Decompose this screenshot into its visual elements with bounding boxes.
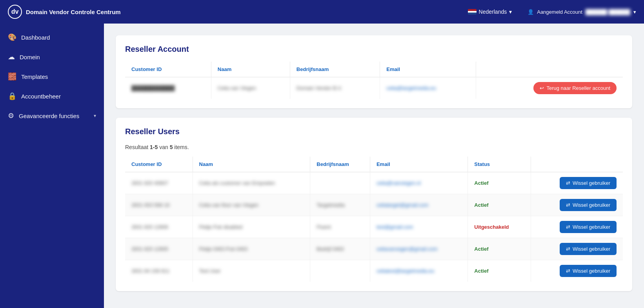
switch-icon: ⇄ — [566, 268, 570, 274]
app-logo: dv Domain Vendor Controle Centrum — [8, 5, 468, 19]
sidebar-item-accountbeheer[interactable]: 🔒 Accountbeheer — [0, 86, 104, 106]
col-email: Email — [380, 62, 476, 77]
reseller-account-table: Customer ID Naam Bedrijfsnaam Email ████… — [125, 62, 623, 99]
sidebar-item-dashboard[interactable]: 🎨 Dashboard — [0, 27, 104, 47]
col-customer-id: Customer ID — [125, 62, 211, 77]
user-label: Aangemeld Account — [537, 9, 582, 15]
reseller-account-card: Reseller Account Customer ID Naam Bedrij… — [116, 35, 632, 108]
sidebar-item-label: Accountbeheer — [21, 93, 61, 100]
user-naam: Celia als customer van Empoelen — [193, 172, 310, 194]
user-customer-id: 2831 820 12805 — [125, 238, 193, 260]
table-row: 2831 820 12806 Pietje Puk disabled Fluen… — [125, 216, 623, 238]
user-customer-id: 2831 003 568 10 — [125, 194, 193, 216]
reseller-users-title: Reseller Users — [125, 127, 623, 136]
table-row: 2831 820 12805 Pietje 0463 Puk 0463 Bedr… — [125, 238, 623, 260]
account-icon: 🔒 — [8, 92, 16, 100]
wissel-gebruiker-button[interactable]: ⇄ Wissel gebruiker — [560, 177, 617, 189]
users-col-action-header — [531, 157, 623, 172]
account-bedrijfsnaam: Domain Vendor B.V. — [290, 77, 380, 99]
users-col-naam: Naam — [193, 157, 310, 172]
result-count: 5 — [170, 144, 173, 150]
table-row: 2831 003 568 10 Celia van floor van Vieg… — [125, 194, 623, 216]
wissel-gebruiker-button[interactable]: ⇄ Wissel gebruiker — [560, 221, 617, 233]
switch-icon: ⇄ — [566, 224, 570, 230]
sidebar: 🎨 Dashboard ☁ Domein 🧱 Templates 🔒 Accou… — [0, 24, 104, 308]
switch-icon: ⇄ — [566, 246, 570, 252]
user-bedrijfsnaam — [310, 172, 370, 194]
app-title: Domain Vendor Controle Centrum — [26, 9, 121, 15]
user-action-cell: ⇄ Wissel gebruiker — [531, 238, 623, 260]
wissel-gebruiker-button[interactable]: ⇄ Wissel gebruiker — [560, 265, 617, 277]
wissel-gebruiker-button[interactable]: ⇄ Wissel gebruiker — [560, 243, 617, 255]
col-naam: Naam — [211, 62, 290, 77]
account-email: celia@targetmedia.eu — [380, 77, 476, 99]
user-action-cell: ⇄ Wissel gebruiker — [531, 260, 623, 282]
sidebar-item-label: Domein — [20, 54, 40, 60]
language-selector[interactable]: Nederlands ▾ — [468, 9, 512, 15]
sidebar-item-label: Dashboard — [21, 34, 50, 41]
reseller-users-card: Reseller Users Resultaat 1-5 van 5 items… — [116, 118, 632, 291]
main-content: Reseller Account Customer ID Naam Bedrij… — [104, 24, 644, 308]
users-col-status: Status — [468, 157, 531, 172]
user-menu[interactable]: 👤 Aangemeld Account ██████ ██████ ▾ — [528, 9, 636, 15]
topnav: dv Domain Vendor Controle Centrum Nederl… — [0, 0, 644, 24]
language-label: Nederlands — [479, 9, 507, 15]
col-bedrijfsnaam: Bedrijfsnaam — [290, 62, 380, 77]
reseller-users-table: Customer ID Naam Bedrijfsnaam Email Stat… — [125, 157, 623, 282]
user-action-cell: ⇄ Wissel gebruiker — [531, 194, 623, 216]
wissel-gebruiker-button[interactable]: ⇄ Wissel gebruiker — [560, 199, 617, 211]
user-bedrijfsnaam: Bedrijf 0463 — [310, 238, 370, 260]
user-bedrijfsnaam — [310, 260, 370, 282]
user-action-cell: ⇄ Wissel gebruiker — [531, 172, 623, 194]
user-email: celiatest@targetmedia.eu — [370, 260, 468, 282]
advanced-icon: ⚙ — [8, 111, 14, 120]
user-status: Actief — [468, 172, 531, 194]
reseller-account-title: Reseller Account — [125, 45, 623, 54]
switch-icon: ⇄ — [566, 180, 570, 186]
user-naam: Celia van floor van Viegen — [193, 194, 310, 216]
logo-icon: dv — [8, 5, 22, 19]
user-naam: Pietje Puk disabled — [193, 216, 310, 238]
language-caret-icon: ▾ — [509, 9, 512, 15]
user-email: celiavanvegen@gmail.com — [370, 238, 468, 260]
users-col-bedrijfsnaam: Bedrijfsnaam — [310, 157, 370, 172]
flag-nl-icon — [468, 9, 477, 15]
user-email: celiatarget@gmail.com — [370, 194, 468, 216]
sidebar-item-templates[interactable]: 🧱 Templates — [0, 67, 104, 86]
user-naam: Test User — [193, 260, 310, 282]
account-customer-id: ████████████ — [125, 77, 211, 99]
account-action-cell: ↩ Terug naar Reseller account — [476, 77, 623, 99]
templates-icon: 🧱 — [8, 72, 16, 81]
result-info: Resultaat 1-5 van 5 items. — [125, 144, 623, 150]
chevron-down-icon: ▾ — [94, 113, 96, 118]
sidebar-item-domein[interactable]: ☁ Domein — [0, 47, 104, 67]
user-customer-id: 2831 820 40807 — [125, 172, 193, 194]
result-range: 1-5 — [150, 144, 158, 150]
user-customer-id: 2831 820 12806 — [125, 216, 193, 238]
user-bedrijfsnaam: Fluent — [310, 216, 370, 238]
user-status: Actief — [468, 238, 531, 260]
user-status: Actief — [468, 194, 531, 216]
account-naam: Celia van Viegen — [211, 77, 290, 99]
users-col-email: Email — [370, 157, 468, 172]
user-icon: 👤 — [528, 9, 534, 15]
table-row: 2831 820 40807 Celia als customer van Em… — [125, 172, 623, 194]
terug-naar-reseller-button[interactable]: ↩ Terug naar Reseller account — [533, 82, 617, 94]
sidebar-item-geavanceerde-functies[interactable]: ⚙ Geavanceerde functies ▾ — [0, 106, 104, 126]
user-customer-id: 2831 84 158 811 — [125, 260, 193, 282]
sidebar-item-label: Templates — [21, 73, 48, 80]
user-bedrijfsnaam: Targetmedia — [310, 194, 370, 216]
sidebar-item-label: Geavanceerde functies — [19, 113, 79, 119]
user-status: Actief — [468, 260, 531, 282]
user-account-name: ██████ ██████ — [586, 9, 630, 15]
user-email: celia@vanviegen.nl — [370, 172, 468, 194]
user-status: Uitgeschakeld — [468, 216, 531, 238]
dashboard-icon: 🎨 — [8, 33, 16, 42]
user-action-cell: ⇄ Wissel gebruiker — [531, 216, 623, 238]
table-row: ████████████ Celia van Viegen Domain Ven… — [125, 77, 623, 99]
user-naam: Pietje 0463 Puk 0463 — [193, 238, 310, 260]
main-layout: 🎨 Dashboard ☁ Domein 🧱 Templates 🔒 Accou… — [0, 24, 644, 308]
user-email: test@gmail.com — [370, 216, 468, 238]
user-caret-icon: ▾ — [633, 9, 636, 15]
col-action-header — [476, 62, 623, 77]
